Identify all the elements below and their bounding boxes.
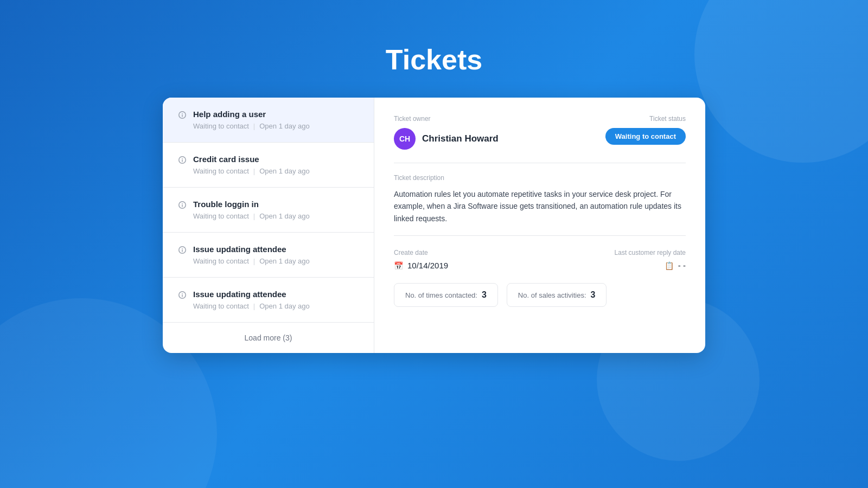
ticket-title-1: Help adding a user xyxy=(193,110,359,119)
detail-header: Ticket owner CH Christian Howard Ticket … xyxy=(394,115,686,150)
ticket-detail: Ticket owner CH Christian Howard Ticket … xyxy=(374,98,705,353)
ticket-item-2[interactable]: Credit card issue Waiting to contact | O… xyxy=(163,143,374,188)
ticket-divider-5: | xyxy=(253,302,255,310)
ticket-info-2: Credit card issue Waiting to contact | O… xyxy=(193,155,359,175)
last-reply-section: Last customer reply date 📋 - - xyxy=(540,249,686,270)
last-reply-value: 📋 - - xyxy=(540,261,686,270)
ticket-age-5: Open 1 day ago xyxy=(259,302,310,310)
stats-row: No. of times contacted: 3 No. of sales a… xyxy=(394,283,686,307)
ticket-item-5[interactable]: Issue updating attendee Waiting to conta… xyxy=(163,278,374,323)
create-date-value: 📅 10/14/2019 xyxy=(394,261,540,270)
last-reply-text: - - xyxy=(678,261,686,270)
divider-2 xyxy=(394,235,686,236)
sales-activities-label: No. of sales activities: xyxy=(518,291,586,299)
ticket-title-2: Credit card issue xyxy=(193,155,359,164)
ticket-icon-3 xyxy=(178,201,187,211)
status-section: Ticket status Waiting to contact xyxy=(605,115,686,145)
ticket-info-4: Issue updating attendee Waiting to conta… xyxy=(193,245,359,265)
ticket-list: Help adding a user Waiting to contact | … xyxy=(163,98,374,353)
status-label: Ticket status xyxy=(605,115,686,123)
create-date-text: 10/14/2019 xyxy=(407,261,448,270)
dates-row: Create date 📅 10/14/2019 Last customer r… xyxy=(394,249,686,270)
times-contacted-value: 3 xyxy=(482,290,487,300)
ticket-icon-1 xyxy=(178,111,187,121)
description-label: Ticket description xyxy=(394,174,686,182)
main-card: Help adding a user Waiting to contact | … xyxy=(163,98,705,353)
create-date-section: Create date 📅 10/14/2019 xyxy=(394,249,540,270)
ticket-age-1: Open 1 day ago xyxy=(259,122,310,130)
sales-activities-value: 3 xyxy=(591,290,596,300)
owner-section: Ticket owner CH Christian Howard xyxy=(394,115,605,150)
ticket-meta-4: Waiting to contact | Open 1 day ago xyxy=(193,257,359,265)
ticket-status-3: Waiting to contact xyxy=(193,212,249,220)
ticket-title-5: Issue updating attendee xyxy=(193,290,359,299)
ticket-status-2: Waiting to contact xyxy=(193,167,249,175)
sales-activities-box: No. of sales activities: 3 xyxy=(507,283,607,307)
ticket-status-4: Waiting to contact xyxy=(193,257,249,265)
ticket-divider-4: | xyxy=(253,257,255,265)
ticket-icon-4 xyxy=(178,246,187,256)
ticket-icon-5 xyxy=(178,291,187,301)
ticket-meta-2: Waiting to contact | Open 1 day ago xyxy=(193,167,359,175)
calendar-icon: 📅 xyxy=(394,261,403,270)
create-date-label: Create date xyxy=(394,249,540,256)
ticket-divider-2: | xyxy=(253,167,255,175)
status-badge: Waiting to contact xyxy=(605,128,686,145)
times-contacted-label: No. of times contacted: xyxy=(405,291,477,299)
ticket-age-2: Open 1 day ago xyxy=(259,167,310,175)
ticket-title-4: Issue updating attendee xyxy=(193,245,359,254)
ticket-meta-5: Waiting to contact | Open 1 day ago xyxy=(193,302,359,310)
ticket-info-3: Trouble loggin in Waiting to contact | O… xyxy=(193,200,359,220)
owner-name: Christian Howard xyxy=(422,133,499,144)
load-more-button[interactable]: Load more (3) xyxy=(163,323,374,353)
owner-label: Ticket owner xyxy=(394,115,605,123)
description-text: Automation rules let you automate repeti… xyxy=(394,188,686,224)
ticket-age-3: Open 1 day ago xyxy=(259,212,310,220)
calendar-icon-2: 📋 xyxy=(665,261,674,270)
ticket-item-3[interactable]: Trouble loggin in Waiting to contact | O… xyxy=(163,188,374,233)
times-contacted-box: No. of times contacted: 3 xyxy=(394,283,498,307)
ticket-status-5: Waiting to contact xyxy=(193,302,249,310)
ticket-info-5: Issue updating attendee Waiting to conta… xyxy=(193,290,359,310)
ticket-item-4[interactable]: Issue updating attendee Waiting to conta… xyxy=(163,233,374,278)
avatar: CH xyxy=(394,128,416,150)
divider-1 xyxy=(394,163,686,163)
ticket-status-1: Waiting to contact xyxy=(193,122,249,130)
ticket-meta-3: Waiting to contact | Open 1 day ago xyxy=(193,212,359,220)
ticket-title-3: Trouble loggin in xyxy=(193,200,359,209)
ticket-age-4: Open 1 day ago xyxy=(259,257,310,265)
ticket-divider-3: | xyxy=(253,212,255,220)
page-title: Tickets xyxy=(0,0,868,76)
last-reply-label: Last customer reply date xyxy=(540,249,686,256)
ticket-item-1[interactable]: Help adding a user Waiting to contact | … xyxy=(163,98,374,143)
ticket-divider-1: | xyxy=(253,122,255,130)
owner-info: CH Christian Howard xyxy=(394,128,605,150)
ticket-info-1: Help adding a user Waiting to contact | … xyxy=(193,110,359,130)
ticket-icon-2 xyxy=(178,156,187,166)
ticket-meta-1: Waiting to contact | Open 1 day ago xyxy=(193,122,359,130)
